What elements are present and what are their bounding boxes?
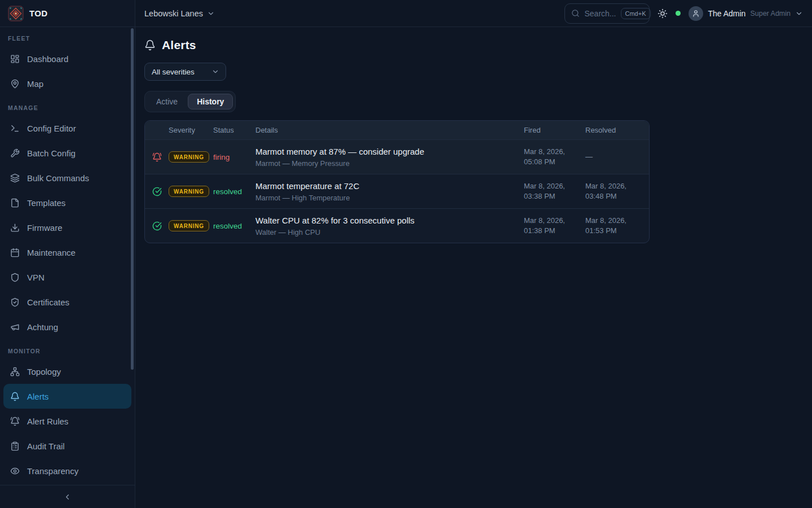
download-icon [10,223,20,233]
sidebar-section-fleet: FleetDashboardMap [0,34,135,96]
map-icon [10,79,20,89]
dashboard-icon [10,54,20,64]
sidebar-item-firmware[interactable]: Firmware [3,215,131,240]
column-header-resolved: Resolved [585,126,649,134]
clipboard-icon [10,441,20,451]
org-name: Lebowski Lanes [144,9,203,18]
eye-icon [10,466,20,476]
chevron-left-icon [63,493,72,501]
user-name: The Admin [708,9,745,18]
column-header-fired: Fired [524,126,585,134]
sidebar-item-alerts[interactable]: Alerts [3,384,131,409]
severity-badge: WARNING [169,220,209,231]
alerts-table: Severity Status Details Fired Resolved W… [144,120,650,243]
search-input[interactable]: Search... Cmd+K [564,3,650,24]
content: Alerts All severities Active History Sev… [135,27,812,243]
sidebar-item-templates[interactable]: Templates [3,190,131,215]
topbar-right: Search... Cmd+K The Admin Super Admin [564,3,803,24]
alert-title: Walter CPU at 82% for 3 consecutive poll… [255,216,515,225]
file-icon [10,198,20,208]
bell-ring-icon [152,152,162,162]
sidebar-item-vpn[interactable]: VPN [3,265,131,290]
sidebar-item-alert-rules[interactable]: Alert Rules [3,409,131,433]
sidebar-item-map[interactable]: Map [3,71,131,96]
main-column: Lebowski Lanes Search... Cmd+K The A [135,0,812,508]
calendar-icon [10,248,20,257]
sidebar-item-transparency[interactable]: Transparency [3,458,131,483]
sidebar-section-label: Manage [0,103,135,112]
sidebar-item-label: Achtung [27,322,58,332]
sidebar-item-batch-config[interactable]: Batch Config [3,141,131,165]
sidebar-item-label: Batch Config [27,148,76,158]
sidebar-item-bulk-commands[interactable]: Bulk Commands [3,165,131,190]
page-header: Alerts [144,38,803,52]
sidebar-item-audit-trail[interactable]: Audit Trail [3,433,131,458]
wrench-icon [10,148,20,158]
sidebar: TOD FleetDashboardMapManageConfig Editor… [0,0,135,508]
sidebar-item-label: Map [27,79,43,89]
online-status-dot [676,11,681,16]
table-body: WARNINGfiringMarmot memory at 87% — cons… [145,139,649,243]
sidebar-scrollbar[interactable] [131,28,134,370]
chevron-down-icon [207,10,215,17]
status-text: firing [213,153,255,161]
layers-icon [10,173,20,183]
column-header-status: Status [213,126,255,134]
search-shortcut-badge: Cmd+K [621,8,651,19]
tab-history[interactable]: History [188,94,233,110]
terminal-icon [10,124,20,133]
table-row[interactable]: WARNINGfiringMarmot memory at 87% — cons… [145,139,649,174]
sun-icon [657,8,668,19]
sidebar-item-label: Alerts [27,392,48,401]
sidebar-section-monitor: MonitorTopologyAlertsAlert RulesAudit Tr… [0,347,135,483]
column-header-severity: Severity [169,126,213,134]
sidebar-item-achtung[interactable]: Achtung [3,314,131,339]
bell-icon [144,40,156,51]
shield-check-icon [10,297,20,307]
user-menu[interactable]: The Admin Super Admin [689,6,803,21]
sidebar-item-label: VPN [27,273,45,282]
table-row[interactable]: WARNINGresolvedMarmot temperature at 72C… [145,174,649,208]
sidebar-item-label: Topology [27,367,61,376]
sidebar-section-label: Fleet [0,34,135,43]
search-placeholder: Search... [584,9,616,18]
sidebar-item-label: Config Editor [27,124,76,133]
column-header-details: Details [255,126,524,134]
sidebar-collapse-button[interactable] [0,485,135,508]
sidebar-item-topology[interactable]: Topology [3,359,131,384]
org-switcher[interactable]: Lebowski Lanes [144,9,215,18]
check-circle-icon [152,187,162,196]
sidebar-item-label: Audit Trail [27,441,65,451]
table-header-row: Severity Status Details Fired Resolved [145,121,649,139]
search-icon [571,9,580,17]
table-row[interactable]: WARNINGresolvedWalter CPU at 82% for 3 c… [145,208,649,243]
app-root: TOD FleetDashboardMapManageConfig Editor… [0,0,812,508]
status-text: resolved [213,187,255,196]
tab-active[interactable]: Active [147,94,187,110]
user-role: Super Admin [750,10,791,17]
resolved-date: Mar 8, 2026, 01:53 PM [585,216,649,235]
severity-filter-value: All severities [152,68,195,76]
alert-subtitle: Marmot — High Temperature [255,194,515,202]
chevron-down-icon [795,10,803,17]
sidebar-item-config-editor[interactable]: Config Editor [3,116,131,141]
severity-filter-select[interactable]: All severities [144,63,226,81]
sidebar-nav: FleetDashboardMapManageConfig EditorBatc… [0,27,135,485]
resolved-date: Mar 8, 2026, 03:48 PM [585,181,649,201]
theme-toggle-button[interactable] [657,8,668,19]
bell-icon [10,392,20,401]
sidebar-item-dashboard[interactable]: Dashboard [3,46,131,71]
sidebar-item-label: Dashboard [27,54,68,64]
bell-ring-icon [10,417,20,426]
alert-subtitle: Marmot — Memory Pressure [255,159,515,168]
severity-badge: WARNING [169,151,209,163]
fired-date: Mar 8, 2026, 05:08 PM [524,147,585,167]
topbar: Lebowski Lanes Search... Cmd+K The A [135,0,812,27]
alert-subtitle: Walter — High CPU [255,228,515,237]
sidebar-item-certificates[interactable]: Certificates [3,290,131,314]
page-title: Alerts [162,38,196,52]
brand-name: TOD [29,8,47,18]
alert-title: Marmot temperature at 72C [255,181,515,191]
sidebar-item-label: Alert Rules [27,417,68,426]
sidebar-item-maintenance[interactable]: Maintenance [3,240,131,265]
